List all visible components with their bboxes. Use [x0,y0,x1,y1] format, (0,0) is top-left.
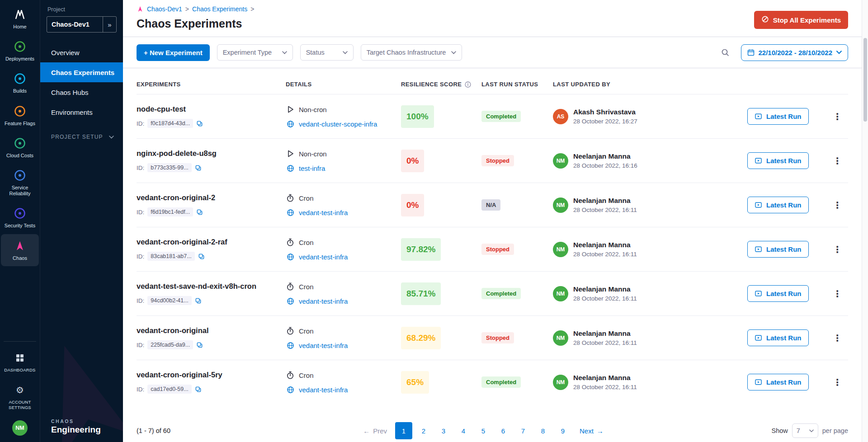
page-button-9[interactable]: 9 [554,422,571,439]
sidebar-item-environments[interactable]: Environments [40,102,123,122]
rail-item-security-tests[interactable]: Security Tests [1,202,39,234]
copy-icon[interactable] [195,165,202,171]
page-button-1[interactable]: 1 [395,422,412,439]
project-selector[interactable]: Chaos-Dev1 » [47,16,117,33]
breadcrumb-experiments-link[interactable]: Chaos Experiments [192,5,247,13]
experiment-type: Cron [299,194,314,202]
kebab-menu-icon[interactable]: ⋮ [829,199,845,212]
status-filter[interactable]: Status [300,44,354,61]
copy-icon[interactable] [198,253,205,260]
page-button-3[interactable]: 3 [435,422,452,439]
prev-page-button[interactable]: ← Prev [363,427,387,435]
updated-date: 28 October 2022, 16:11 [573,295,637,302]
rail-item-dashboards[interactable]: DASHBOARDS [1,346,39,377]
info-icon[interactable] [465,81,471,88]
rail-item-builds[interactable]: Builds [1,67,39,99]
sidebar-item-chaos-hubs[interactable]: Chaos Hubs [40,82,123,102]
latest-run-button[interactable]: Latest Run [747,241,809,258]
copy-icon[interactable] [196,120,203,127]
stop-all-experiments-button[interactable]: Stop All Experiments [754,11,848,29]
breadcrumb-project-link[interactable]: Chaos-Dev1 [147,5,182,13]
resilience-score-cell: 100% [401,105,481,128]
resilience-score-cell: 0% [401,150,481,172]
latest-run-button[interactable]: Latest Run [747,329,809,346]
search-button[interactable] [717,44,734,61]
infrastructure-link[interactable]: vedant-cluster-scope-infra [299,120,377,128]
rail-item-deployments[interactable]: Deployments [1,35,39,67]
kebab-menu-icon[interactable]: ⋮ [829,287,845,300]
experiment-type-filter[interactable]: Experiment Type [217,44,293,61]
experiment-id: f6d19bc1-fedf... [147,207,193,216]
infrastructure-link[interactable]: test-infra [299,165,325,172]
page-button-8[interactable]: 8 [534,422,552,439]
page-button-7[interactable]: 7 [514,422,532,439]
page-button-2[interactable]: 2 [415,422,432,439]
target-infrastructure-filter[interactable]: Target Chaos Infrastructure [361,44,462,61]
latest-run-button[interactable]: Latest Run [747,152,809,169]
results-summary: (1 - 7) of 60 [137,427,227,434]
chevron-down-icon [836,51,842,54]
copy-icon[interactable] [196,342,203,348]
experiment-name[interactable]: node-cpu-test [137,105,286,113]
experiment-name[interactable]: vedant-cron-original [137,326,286,335]
row-menu-cell: ⋮ [826,376,848,389]
experiment-name[interactable]: vedant-test-save-nd-exit-v8h-cron [137,282,286,291]
settings-gear-icon: ⚙ [16,383,24,397]
infrastructure-link[interactable]: vedant-test-infra [299,342,348,349]
rail-item-cloud-costs[interactable]: Cloud Costs [1,132,39,164]
sidebar-item-chaos-experiments[interactable]: Chaos Experiments [40,62,123,82]
experiment-name[interactable]: vedant-cron-original-2-raf [137,238,286,246]
status-cell: N/A [481,199,553,211]
rail-item-account-settings[interactable]: ⚙ ACCOUNT SETTINGS [1,378,39,415]
page-button-4[interactable]: 4 [455,422,472,439]
infrastructure-link[interactable]: vedant-test-infra [299,209,348,216]
latest-run-icon [755,290,762,297]
pager: ← Prev 123456789 Next → [227,422,740,439]
kebab-menu-icon[interactable]: ⋮ [829,332,845,344]
kebab-menu-icon[interactable]: ⋮ [829,243,845,256]
infrastructure-link[interactable]: vedant-test-infra [299,297,348,305]
date-range-picker[interactable]: 22/10/2022 - 28/10/2022 [741,44,848,61]
experiment-type: Non-cron [299,106,327,113]
kebab-menu-icon[interactable]: ⋮ [829,110,845,123]
latest-run-button[interactable]: Latest Run [747,197,809,213]
page-button-6[interactable]: 6 [495,422,512,439]
page-button-5[interactable]: 5 [475,422,492,439]
rail-item-home[interactable]: Home [1,3,39,35]
project-nav-list: OverviewChaos ExperimentsChaos HubsEnvir… [40,42,123,122]
latest-run-label: Latest Run [766,245,802,253]
latest-run-button[interactable]: Latest Run [747,285,809,302]
latest-run-label: Latest Run [766,201,802,209]
rail-item-service-reliability[interactable]: Service Reliability [1,164,39,202]
user-avatar[interactable]: NM [12,420,28,436]
chaos-icon [14,239,26,253]
sidebar-item-overview[interactable]: Overview [40,42,123,62]
scrollbar-thumb[interactable] [863,38,867,122]
row-menu-cell: ⋮ [826,287,848,300]
rail-item-feature-flags[interactable]: Feature Flags [1,99,39,132]
copy-icon[interactable] [195,297,202,304]
project-setup-toggle[interactable]: PROJECT SETUP [40,134,123,140]
experiment-name[interactable]: vedant-cron-original-5ry [137,371,286,379]
experiment-name[interactable]: nginx-pod-delete-u8sg [137,149,286,158]
rail-item-label: Security Tests [5,223,35,229]
breadcrumb-separator: > [250,5,254,13]
infrastructure-link[interactable]: vedant-test-infra [299,253,348,261]
latest-run-button[interactable]: Latest Run [747,108,809,125]
collapse-sidebar-icon[interactable]: » [103,17,116,32]
rail-item-chaos[interactable]: Chaos [1,234,39,266]
infrastructure-link[interactable]: vedant-test-infra [299,386,348,394]
vertical-scrollbar[interactable] [862,0,868,442]
kebab-menu-icon[interactable]: ⋮ [829,155,845,167]
experiment-id: f0c187d4-43d... [147,119,193,128]
copy-icon[interactable] [196,209,203,216]
rail-item-label: Chaos [13,255,27,261]
new-experiment-button[interactable]: + New Experiment [137,44,210,61]
copy-icon[interactable] [195,386,202,393]
updated-by-name: Neelanjan Manna [573,374,637,382]
kebab-menu-icon[interactable]: ⋮ [829,376,845,389]
latest-run-button[interactable]: Latest Run [747,374,809,390]
page-size-select[interactable]: 7 [792,423,818,438]
experiment-name[interactable]: vedant-cron-original-2 [137,193,286,202]
next-page-button[interactable]: Next → [580,427,604,435]
